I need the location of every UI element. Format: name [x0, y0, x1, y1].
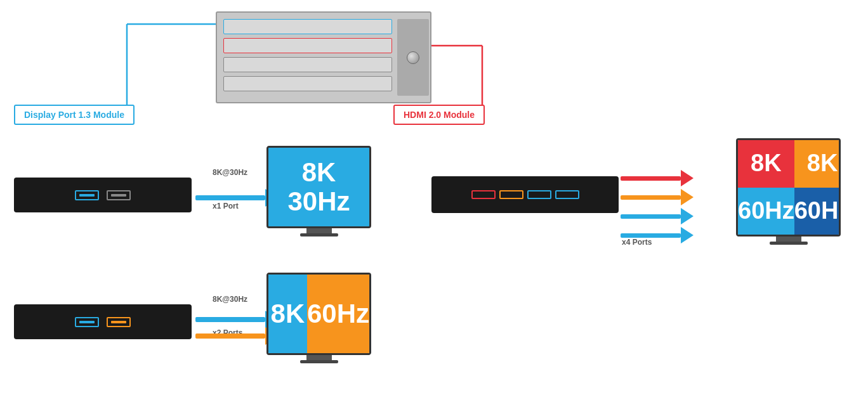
hdmi-port-orange — [499, 190, 523, 199]
text-8k-bottom: 8K — [271, 299, 305, 328]
arrow-hdmi-red — [621, 170, 694, 186]
dp-port-bottom-1 — [75, 317, 99, 327]
hdmi-port-cyan — [527, 190, 551, 199]
device-unit — [216, 11, 431, 103]
arrow-hdmi-blue1 — [621, 208, 694, 224]
dp-port-bottom-2 — [107, 317, 131, 327]
text-60hz-quad: 60Hz — [738, 198, 794, 224]
quad-orange: 8K — [794, 140, 841, 188]
text-60hz-bottom: 60Hz — [307, 299, 369, 328]
freq-label-top: 8K@30Hz — [213, 168, 247, 177]
hdmi-port-card — [431, 176, 619, 213]
screen-8k60-bottom: 8K 60Hz — [266, 273, 371, 355]
half-cyan: 8K — [268, 275, 307, 353]
text-30hz-top: 30Hz — [287, 187, 350, 216]
hdmi-port-red — [471, 190, 496, 199]
arrow-hdmi-blue2 — [621, 227, 694, 243]
display-port-label: Display Port 1.3 Module — [14, 105, 135, 125]
screen-8k30: 8K 30Hz — [266, 146, 371, 228]
monitor-8k60-bottom: 8K 60Hz — [266, 273, 371, 363]
dp-port-card-top — [14, 178, 192, 212]
monitor-8k60-right: 8K 8K 60Hz 60Hz — [736, 138, 841, 245]
text-8k-quad2: 8K — [807, 150, 838, 177]
text-60hz-quad2: 60Hz — [794, 198, 841, 224]
display-port-text: Display Port 1.3 Module — [24, 110, 124, 120]
quad-blue: 60Hz — [794, 188, 841, 235]
hdmi-port-blue — [555, 190, 579, 199]
dp-port-1 — [75, 190, 99, 200]
arrow-hdmi-orange — [621, 189, 694, 205]
quad-cyan: 60Hz — [738, 188, 794, 235]
text-8k-quad: 8K — [751, 150, 782, 177]
diagram-container: Display Port 1.3 Module HDMI 2.0 Module … — [0, 0, 868, 395]
dp-port-card-bottom — [14, 304, 192, 339]
screen-8k60-right: 8K 8K 60Hz 60Hz — [736, 138, 841, 236]
half-orange: 60Hz — [307, 275, 369, 353]
freq-label-bottom: 8K@30Hz — [213, 295, 247, 304]
quad-red: 8K — [738, 140, 794, 188]
hdmi-label: HDMI 2.0 Module — [393, 105, 485, 125]
hdmi-text: HDMI 2.0 Module — [404, 110, 475, 120]
text-8k-top: 8K — [287, 158, 350, 187]
monitor-8k30: 8K 30Hz — [266, 146, 371, 236]
dp-port-2 — [107, 190, 131, 200]
